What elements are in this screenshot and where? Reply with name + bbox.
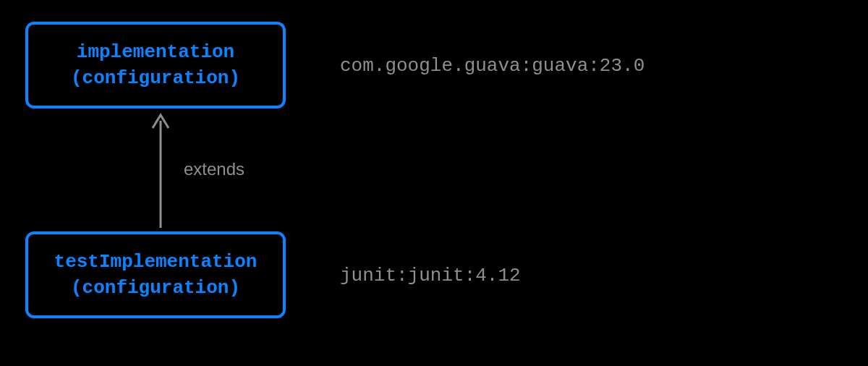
implementation-config-box: implementation (configuration) <box>25 22 286 108</box>
junit-dependency-label: junit:junit:4.12 <box>340 265 521 286</box>
diagram-container: implementation (configuration) com.googl… <box>0 0 868 366</box>
extends-label: extends <box>184 159 244 179</box>
testimplementation-config-box: testImplementation (configuration) <box>25 231 286 318</box>
implementation-type: (configuration) <box>71 65 240 91</box>
extends-arrow <box>150 112 171 228</box>
arrow-up-icon <box>150 112 171 228</box>
implementation-name: implementation <box>77 39 234 65</box>
testimplementation-type: (configuration) <box>71 275 240 301</box>
guava-dependency-label: com.google.guava:guava:23.0 <box>340 55 644 77</box>
testimplementation-name: testImplementation <box>54 249 258 275</box>
